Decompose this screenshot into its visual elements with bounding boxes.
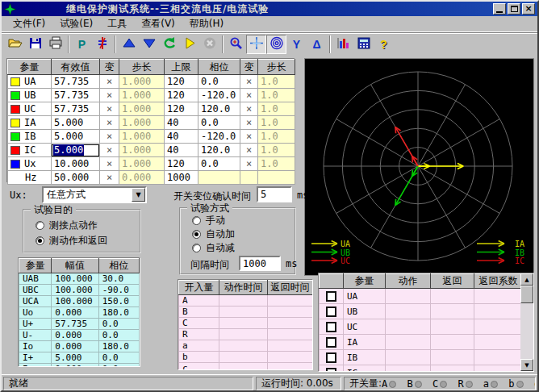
maximize-button[interactable] — [508, 3, 520, 15]
bar-graph-button[interactable] — [333, 35, 353, 54]
cell-step2-IC[interactable]: 1.0 — [258, 144, 295, 157]
cell-step1-IA[interactable]: 1.000 — [119, 116, 165, 130]
crosshair-button[interactable] — [246, 35, 266, 54]
cell-var1-UC[interactable]: × — [100, 102, 119, 116]
cell-step2-Ux[interactable]: 1.0 — [258, 157, 295, 171]
cell-var1-Ux[interactable]: × — [100, 157, 119, 171]
cell-var2-IB[interactable]: × — [240, 130, 258, 144]
menu-item-1[interactable]: 试验(E) — [53, 15, 99, 32]
interval-input[interactable]: 1000 — [239, 256, 281, 271]
cell-limit-UB[interactable]: 120 — [165, 89, 198, 102]
cell-step2-IB[interactable]: 1.0 — [258, 130, 295, 144]
help-button[interactable]: ? — [374, 35, 394, 54]
radio-option-mode-0[interactable]: 手动 — [192, 214, 225, 227]
radio-selected[interactable] — [36, 236, 44, 245]
checkbox-unchecked-IC[interactable] — [326, 368, 336, 373]
radio-unselected[interactable] — [192, 216, 201, 225]
cell-var2-Hz[interactable] — [240, 171, 258, 185]
raise-button[interactable] — [119, 35, 139, 54]
cell-var2-IA[interactable]: × — [240, 116, 258, 130]
cell-limit-Hz[interactable]: 1000 — [165, 171, 198, 185]
radio-unselected[interactable] — [192, 244, 201, 252]
scroll-thumb[interactable] — [520, 286, 533, 303]
undo-button[interactable] — [159, 35, 179, 54]
cell-step1-UA[interactable]: 1.000 — [119, 75, 165, 89]
cell-step1-IC[interactable]: 1.000 — [119, 144, 165, 157]
radio-option-purpose-0[interactable]: 测接点动作 — [36, 219, 98, 232]
cell-var2-UB[interactable]: × — [240, 89, 258, 102]
lower-button[interactable] — [139, 35, 159, 54]
print-button[interactable] — [45, 35, 65, 54]
scroll-up-button[interactable]: ▲ — [520, 273, 533, 286]
delta-connect-button[interactable]: Δ — [307, 35, 327, 54]
cell-step2-IA[interactable]: 1.0 — [258, 116, 295, 130]
cell-value-UB[interactable]: 57.735 — [52, 89, 100, 102]
cell-var1-IC[interactable]: × — [100, 144, 119, 157]
cell-value-UA[interactable]: 57.735 — [52, 75, 100, 89]
cell-step1-UB[interactable]: 1.000 — [119, 89, 165, 102]
cell-step2-UA[interactable]: 1.0 — [258, 75, 295, 89]
cell-value-Hz[interactable]: 50.000 — [52, 171, 100, 185]
cell-step2-UB[interactable]: 1.0 — [258, 89, 295, 102]
cell-phase-Ux[interactable]: 0.0 — [198, 157, 240, 171]
checkbox-unchecked-UA[interactable] — [326, 291, 336, 302]
radio-option-purpose-1[interactable]: 测动作和返回 — [36, 234, 107, 248]
cell-var1-UA[interactable]: × — [100, 75, 119, 89]
y-connect-button[interactable]: Y — [286, 35, 307, 54]
start-button[interactable] — [179, 35, 199, 54]
checkbox-unchecked-UB[interactable] — [326, 307, 336, 317]
cell-step1-Ux[interactable]: 1.000 — [119, 157, 165, 171]
checkbox-unchecked-UC[interactable] — [326, 322, 336, 332]
checkbox-unchecked-IA[interactable] — [326, 337, 336, 348]
cell-var1-Hz[interactable]: × — [100, 171, 119, 185]
cell-phase-UC[interactable]: 120.0 — [198, 102, 240, 116]
radio-selected[interactable] — [192, 230, 201, 239]
cell-phase-IB[interactable]: -120.0 — [198, 130, 240, 144]
close-button[interactable]: × — [522, 3, 535, 15]
checkbox-unchecked-IB[interactable] — [326, 352, 336, 363]
scroll-down-button[interactable]: ▼ — [520, 359, 533, 371]
cell-var2-IC[interactable]: × — [240, 144, 258, 157]
cell-var1-IB[interactable]: × — [100, 130, 119, 144]
calculator-button[interactable] — [353, 35, 374, 54]
vertical-scrollbar[interactable]: ▲▼ — [520, 273, 533, 371]
menu-item-4[interactable]: 帮助(H) — [183, 15, 230, 32]
ux-mode-combobox[interactable]: 任意方式 ▼ — [42, 186, 147, 203]
confirm-time-input[interactable]: 5 — [257, 186, 292, 202]
cell-var2-UC[interactable]: × — [240, 102, 258, 116]
cell-step1-Hz[interactable]: 0.000 — [119, 171, 165, 185]
radio-option-mode-1[interactable]: 自动加 — [192, 227, 235, 241]
open-button[interactable] — [5, 35, 25, 54]
cell-value-UC[interactable]: 57.735 — [52, 102, 100, 116]
cell-value-IA[interactable]: 5.000 — [52, 116, 100, 130]
value-edit-box[interactable]: 5.000 — [52, 144, 99, 156]
save-button[interactable] — [25, 35, 45, 54]
chevron-down-icon[interactable]: ▼ — [132, 188, 145, 202]
cell-phase-Hz[interactable] — [198, 171, 240, 185]
radio-option-mode-2[interactable]: 自动减 — [192, 241, 235, 255]
minimize-button[interactable] — [493, 3, 506, 15]
cell-step2-Hz[interactable] — [258, 171, 295, 185]
cell-var2-UA[interactable]: × — [240, 75, 258, 89]
cell-var2-Ux[interactable]: × — [240, 157, 258, 171]
cell-phase-UA[interactable]: 0.0 — [198, 75, 240, 89]
cell-value-IB[interactable]: 5.000 — [52, 130, 100, 144]
radio-unselected[interactable] — [36, 221, 44, 230]
cell-limit-IA[interactable]: 40 — [165, 116, 198, 130]
cell-limit-IB[interactable]: 40 — [165, 130, 198, 144]
scroll-track[interactable] — [520, 303, 533, 359]
cell-value-IC[interactable]: 5.000 — [52, 144, 100, 157]
cell-limit-Ux[interactable]: 120 — [165, 157, 198, 171]
harmonic-button[interactable] — [92, 35, 112, 54]
cell-phase-IA[interactable]: 0.0 — [198, 116, 240, 130]
cell-limit-IC[interactable]: 40 — [165, 144, 198, 157]
cell-phase-UB[interactable]: -120.0 — [198, 89, 240, 102]
cell-limit-UC[interactable]: 120 — [165, 102, 198, 116]
cell-phase-IC[interactable]: 120.0 — [198, 144, 240, 157]
menu-item-3[interactable]: 查看(V) — [135, 15, 182, 32]
vector-circles-button[interactable] — [266, 35, 286, 54]
cell-var1-UB[interactable]: × — [100, 89, 119, 102]
menu-item-0[interactable]: 文件(F) — [6, 15, 52, 32]
cell-limit-UA[interactable]: 120 — [165, 75, 198, 89]
cell-step1-IB[interactable]: 1.000 — [119, 130, 165, 144]
